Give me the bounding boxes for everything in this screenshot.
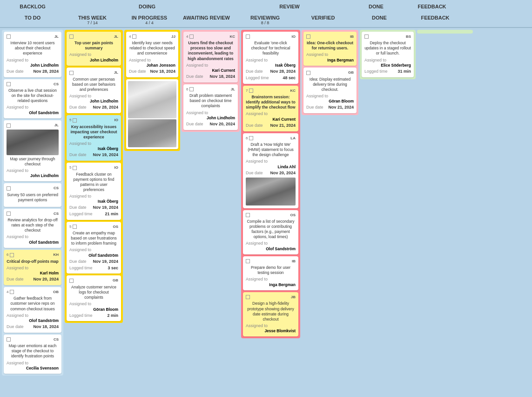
card-reviewing-3[interactable]: 6 LA Draft a 'How Might We' (HMW) statem…: [243, 133, 298, 208]
card-todo-4[interactable]: CS Survey 50 users on preferred payment …: [4, 183, 61, 206]
column-todo: JL Interview 10 recent users about their…: [2, 30, 63, 376]
card-verified-1[interactable]: IB Idea: One-click checkout for returnin…: [303, 32, 357, 66]
card-inprogress-2[interactable]: [126, 79, 178, 149]
phase-doing: DOING: [63, 0, 231, 13]
col-header-todo: TO DO: [2, 13, 63, 27]
card-inprogress-1[interactable]: 4 JJ Identify key user needs related to …: [126, 32, 178, 77]
card-thisweek-1[interactable]: JL Top user pain points summary Assigned…: [67, 32, 121, 66]
card-todo-1[interactable]: JL Interview 10 recent users about their…: [4, 32, 61, 77]
card-thisweek-3[interactable]: 5 IO Key accessibility issues impacting …: [67, 115, 121, 161]
phase-backlog: BACKLOG: [2, 0, 63, 13]
card-todo-3[interactable]: JL Map user journey through checkout Ass…: [4, 120, 61, 181]
col-header-awaiting: AWAITING REVIEW: [177, 13, 236, 27]
column-verified: IB Idea: One-click checkout for returnin…: [302, 30, 358, 115]
card-todo-7[interactable]: 4 OB Gather feedback from customer servi…: [4, 287, 61, 333]
card-awaiting-1[interactable]: 4 KC Users find the checkout process too…: [183, 32, 238, 82]
column-thisweek: JL Top user pain points summary Assigned…: [65, 30, 123, 323]
card-todo-2[interactable]: CS Observe a live chat session on the si…: [4, 79, 61, 118]
card-todo-6[interactable]: 6 KH Critical drop-off points map Assign…: [4, 250, 61, 285]
phase-feedback: FEEDBACK: [404, 0, 460, 13]
card-verified-2[interactable]: GB Idea: Display estimated delivery time…: [303, 68, 357, 113]
column-done: BS Deploy the checkout updates in a stag…: [360, 30, 416, 79]
col-header-feedback: FEEDBACK: [407, 13, 463, 27]
card-thisweek-5[interactable]: 5 OS Create an empathy map based on user…: [67, 222, 121, 274]
card-thisweek-2[interactable]: JL Common user personas based on user be…: [67, 68, 121, 113]
column-reviewing: IO Evaluate 'one-click checkout' for tec…: [241, 30, 300, 338]
col-header-reviewing: REVIEWING 8 / 8: [236, 13, 295, 27]
col-header-inprogress: IN PROGRESS 4 / 4: [121, 13, 177, 27]
phase-done: DONE: [348, 0, 404, 13]
card-done-1[interactable]: BS Deploy the checkout updates in a stag…: [362, 32, 414, 77]
column-inprogress: 4 JJ Identify key user needs related to …: [124, 30, 180, 151]
column-awaiting: 4 KC Users find the checkout process too…: [182, 30, 240, 132]
column-feedback: [417, 30, 473, 34]
card-reviewing-6[interactable]: JB Design a high-fidelity prototype show…: [243, 292, 298, 336]
col-header-verified: VERIFIED: [295, 13, 351, 27]
card-thisweek-4[interactable]: 5 IO Feedback cluster on payment options…: [67, 163, 121, 220]
card-todo-8[interactable]: CS Map user emotions at each stage of th…: [4, 335, 61, 374]
kanban-board: BACKLOG DOING REVIEW DONE FEEDBACK TO DO…: [0, 0, 532, 377]
card-awaiting-2[interactable]: 6 JL Draft problem statement based on ch…: [183, 84, 238, 130]
card-reviewing-4[interactable]: OS Compile a list of secondary problems …: [243, 210, 298, 254]
card-reviewing-1[interactable]: IO Evaluate 'one-click checkout' for tec…: [243, 32, 298, 84]
col-header-thisweek: THIS WEEK 7 / 14: [63, 13, 121, 27]
card-todo-5[interactable]: CS Review analytics for drop-off rates a…: [4, 209, 61, 248]
card-thisweek-6[interactable]: GB Analyze customer service logs for che…: [67, 275, 121, 321]
card-reviewing-2[interactable]: 7 KC Brainstorm session: Identify additi…: [243, 86, 298, 131]
card-reviewing-5[interactable]: IB Prepare demo for user testing session…: [243, 256, 298, 290]
col-header-done: DONE: [351, 13, 407, 27]
phase-review: REVIEW: [231, 0, 348, 13]
